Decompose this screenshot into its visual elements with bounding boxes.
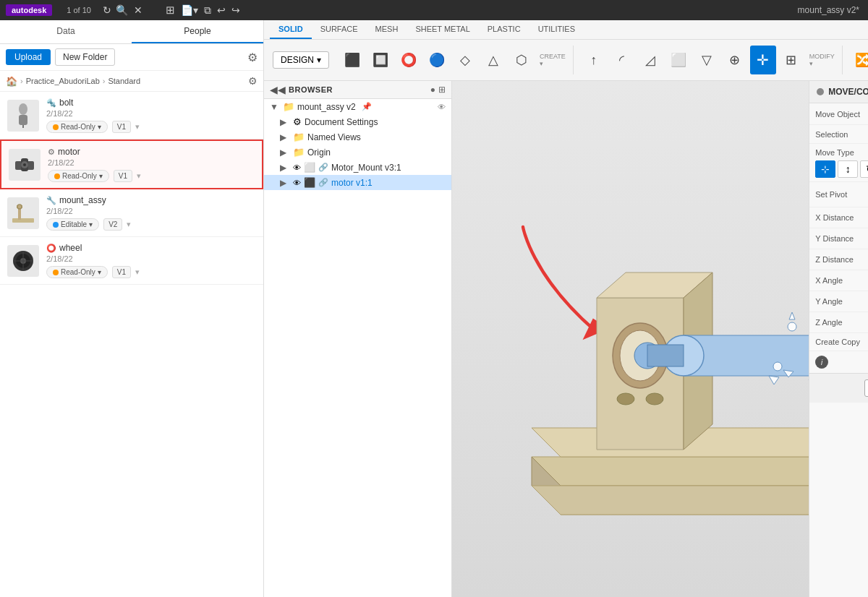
tree-root[interactable]: ▼ 📁 mount_assy v2 📌 👁	[264, 99, 451, 114]
eye-icon-motor[interactable]: 👁	[293, 179, 301, 187]
main-layout: Data People Upload New Folder ⚙ 🏠 › Prac…	[0, 20, 868, 597]
tree-root-label: mount_assy v2	[297, 102, 356, 112]
home-icon[interactable]: 🏠	[6, 76, 17, 87]
file-icon[interactable]: 📄▾	[181, 4, 198, 16]
upload-button[interactable]: Upload	[6, 49, 51, 65]
layers-icon[interactable]: ⧉	[204, 4, 211, 17]
move-type-along-axis[interactable]: ↕	[838, 160, 858, 178]
svg-rect-37	[647, 345, 684, 366]
file-icon-indicator: 🔩	[46, 98, 56, 108]
svg-point-42	[773, 362, 782, 371]
tool-cylinder[interactable]: ⭕	[396, 46, 422, 74]
list-item-motor[interactable]: ⚙ motor 2/18/22 Read-Only ▾ V1 ▾	[0, 139, 263, 189]
version-badge[interactable]: V1	[112, 121, 131, 133]
refresh-icon[interactable]: ↻	[103, 4, 111, 16]
close-icon[interactable]: ✕	[134, 4, 142, 16]
tool-sphere[interactable]: 🔵	[424, 46, 450, 74]
breadcrumb-settings-icon[interactable]: ⚙	[248, 75, 258, 87]
move-type-free[interactable]: ⊹	[815, 160, 835, 178]
move-object-label: Move Object	[815, 110, 864, 119]
motor-version-badge[interactable]: V1	[114, 170, 132, 182]
list-item-wheel[interactable]: ⭕ wheel 2/18/22 Read-Only ▾ V1 ▾	[0, 237, 263, 285]
browser-header-icons: ● ⊞	[430, 85, 446, 95]
settings-icon[interactable]: ⚙	[247, 51, 258, 64]
tree-root-eye[interactable]: 👁	[438, 103, 446, 111]
tool-sweep[interactable]: △	[480, 46, 506, 74]
tool-draft[interactable]: ▽	[694, 46, 720, 74]
move-type-rotate[interactable]: ↻	[860, 160, 868, 178]
tool-box[interactable]: 🔲	[367, 46, 393, 74]
tab-mesh[interactable]: MESH	[367, 20, 407, 39]
tree-item-origin[interactable]: ▶ 📁 Origin	[264, 145, 451, 160]
tree-item-named-views[interactable]: ▶ 📁 Named Views	[264, 129, 451, 145]
toolbar-group-assemble: 🔀 ⚙ ASSEMBLE	[846, 46, 868, 74]
file-thumbnail-wheel	[7, 245, 39, 277]
list-item-mount[interactable]: 🔧 mount_assy 2/18/22 Editable ▾ V2 ▾	[0, 189, 263, 237]
modify-label: MODIFY ▾	[807, 53, 838, 67]
svg-marker-22	[532, 486, 809, 515]
tab-utilities[interactable]: UTILITIES	[529, 20, 584, 39]
tab-sheet-metal[interactable]: SHEET METAL	[407, 20, 478, 39]
tool-pattern[interactable]: ⬡	[509, 46, 535, 74]
tab-data[interactable]: Data	[0, 20, 132, 43]
file-info-wheel: ⭕ wheel 2/18/22 Read-Only ▾ V1 ▾	[46, 243, 256, 278]
mount-version-badge[interactable]: V2	[103, 218, 122, 231]
motor-read-only-badge[interactable]: Read-Only ▾	[48, 170, 109, 182]
tab-solid[interactable]: SOLID	[270, 20, 312, 39]
breadcrumb-folder[interactable]: Standard	[108, 77, 140, 85]
mount-icon-indicator: 🔧	[46, 196, 56, 205]
redo-icon[interactable]: ↪	[231, 4, 240, 16]
bottom-buttons: OK Cancel	[809, 373, 868, 403]
browser-expand-icon[interactable]: ⊞	[438, 85, 446, 95]
editable-badge[interactable]: Editable ▾	[46, 218, 99, 231]
wheel-read-only-badge[interactable]: Read-Only ▾	[46, 266, 108, 278]
tool-align[interactable]: ⊞	[778, 46, 804, 74]
grid-icon[interactable]: ⊞	[166, 4, 175, 17]
ok-button[interactable]: OK	[864, 379, 868, 397]
info-icon[interactable]: i	[815, 356, 828, 369]
x-angle-row: X Angle	[809, 270, 868, 291]
tool-fillet[interactable]: ◜	[609, 46, 635, 74]
search-icon[interactable]: 🔍	[116, 4, 128, 16]
breadcrumb-org[interactable]: Practice_AbudoriLab	[26, 77, 100, 85]
motor-tree-icon: ⬛	[304, 177, 315, 188]
move-type-icons: ⊹ ↕ ↻ ⊞ ⊡	[815, 160, 868, 178]
browser-collapse-icon[interactable]: ◀◀	[270, 84, 286, 95]
toolbar-tabs: SOLID SURFACE MESH SHEET METAL PLASTIC U…	[264, 20, 868, 40]
tree-item-motor[interactable]: ▶ 👁 ⬛ 🔗 motor v1:1	[264, 175, 451, 190]
browser-title: BROWSER	[289, 85, 333, 94]
read-only-badge[interactable]: Read-Only ▾	[46, 121, 108, 133]
wheel-icon-indicator: ⭕	[46, 244, 56, 253]
tool-press-pull[interactable]: ↑	[581, 46, 607, 74]
tab-surface[interactable]: SURFACE	[312, 20, 367, 39]
tab-plastic[interactable]: PLASTIC	[479, 20, 529, 39]
file-info: 🔩 bolt 2/18/22 Read-Only ▾ V1 ▾	[46, 98, 256, 133]
tool-loft[interactable]: ◇	[452, 46, 478, 74]
file-name: 🔩 bolt	[46, 98, 256, 108]
tool-move-copy[interactable]: ✛	[750, 46, 776, 74]
tool-assemble1[interactable]: 🔀	[850, 46, 868, 74]
undo-icon[interactable]: ↩	[217, 4, 226, 16]
y-angle-row: Y Angle	[809, 291, 868, 312]
tab-people[interactable]: People	[132, 20, 263, 43]
new-folder-button[interactable]: New Folder	[55, 48, 115, 66]
settings-tree-icon: ⚙	[293, 116, 302, 127]
origin-tree-icon: 📁	[293, 147, 305, 158]
window-title: mount_assy v2*	[798, 5, 859, 15]
tool-shell[interactable]: ⬜	[665, 46, 692, 74]
tree-item-doc-settings[interactable]: ▶ ⚙ Document Settings	[264, 114, 451, 129]
wheel-version-badge[interactable]: V1	[112, 266, 131, 278]
tool-chamfer[interactable]: ◿	[637, 46, 663, 74]
file-counter: 1 of 10	[67, 6, 91, 14]
list-item[interactable]: 🔩 bolt 2/18/22 Read-Only ▾ V1 ▾	[0, 92, 263, 139]
tool-combine[interactable]: ⊕	[722, 46, 748, 74]
expand-arrow: ▶	[280, 117, 290, 127]
tree-item-motor-mount[interactable]: ▶ 👁 ⬜ 🔗 Motor_Mount v3:1	[264, 160, 451, 175]
design-dropdown[interactable]: DESIGN ▾	[273, 51, 329, 69]
viewport[interactable]	[452, 81, 809, 597]
browser-settings-icon[interactable]: ●	[430, 85, 435, 95]
eye-icon-motor-mount[interactable]: 👁	[293, 163, 301, 172]
expand-arrow: ▶	[280, 178, 290, 188]
info-row: i	[809, 351, 868, 373]
tool-extrude[interactable]: ⬛	[339, 46, 365, 74]
